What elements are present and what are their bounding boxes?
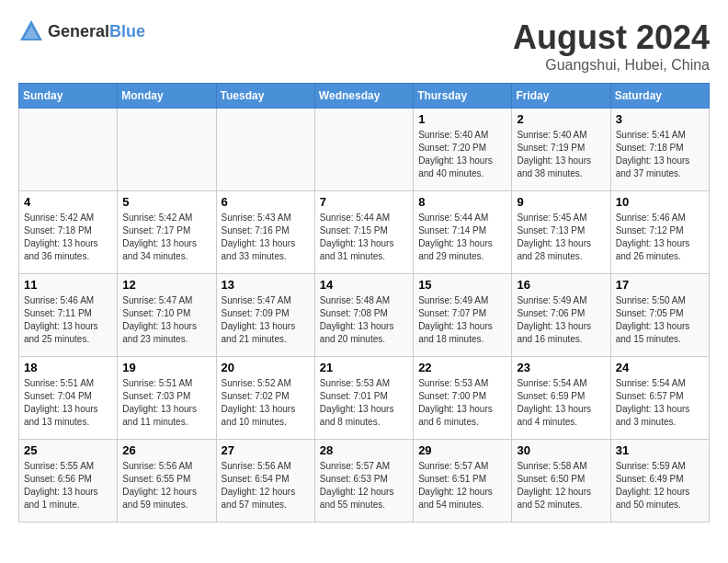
calendar-cell: 3Sunrise: 5:41 AMSunset: 7:18 PMDaylight… [610, 109, 709, 191]
calendar-cell: 18Sunrise: 5:51 AMSunset: 7:04 PMDayligh… [19, 357, 118, 440]
day-info: Sunrise: 5:47 AMSunset: 7:09 PMDaylight:… [222, 294, 310, 346]
calendar-cell: 4Sunrise: 5:42 AMSunset: 7:18 PMDaylight… [19, 191, 118, 274]
day-number: 19 [122, 361, 210, 374]
day-number: 6 [222, 195, 310, 209]
day-number: 4 [24, 195, 112, 209]
calendar-cell: 26Sunrise: 5:56 AMSunset: 6:55 PMDayligh… [118, 440, 216, 523]
day-info: Sunrise: 5:44 AMSunset: 7:14 PMDaylight:… [418, 212, 506, 263]
day-info: Sunrise: 5:55 AMSunset: 6:56 PMDaylight:… [24, 460, 112, 511]
day-number: 17 [616, 278, 704, 292]
day-info: Sunrise: 5:59 AMSunset: 6:49 PMDaylight:… [616, 460, 704, 511]
calendar-cell: 13Sunrise: 5:47 AMSunset: 7:09 PMDayligh… [216, 274, 314, 357]
day-info: Sunrise: 5:54 AMSunset: 6:57 PMDaylight:… [616, 377, 704, 429]
weekday-header-saturday: Saturday [610, 84, 709, 109]
day-info: Sunrise: 5:51 AMSunset: 7:04 PMDaylight:… [24, 377, 112, 429]
calendar-week-5: 25Sunrise: 5:55 AMSunset: 6:56 PMDayligh… [19, 440, 710, 523]
calendar-cell [314, 109, 413, 191]
day-number: 8 [418, 195, 506, 209]
day-number: 1 [418, 112, 506, 126]
calendar-cell: 15Sunrise: 5:49 AMSunset: 7:07 PMDayligh… [414, 274, 512, 357]
day-info: Sunrise: 5:53 AMSunset: 7:01 PMDaylight:… [320, 377, 408, 429]
day-info: Sunrise: 5:40 AMSunset: 7:19 PMDaylight:… [517, 129, 605, 180]
day-info: Sunrise: 5:56 AMSunset: 6:55 PMDaylight:… [122, 460, 210, 511]
day-number: 16 [517, 278, 605, 292]
calendar-cell: 1Sunrise: 5:40 AMSunset: 7:20 PMDaylight… [414, 109, 512, 191]
day-number: 2 [517, 112, 605, 126]
day-number: 28 [320, 443, 408, 457]
calendar-cell: 31Sunrise: 5:59 AMSunset: 6:49 PMDayligh… [610, 440, 709, 523]
calendar-cell: 17Sunrise: 5:50 AMSunset: 7:05 PMDayligh… [610, 274, 709, 357]
calendar-cell: 24Sunrise: 5:54 AMSunset: 6:57 PMDayligh… [610, 357, 709, 440]
calendar-cell [216, 109, 314, 191]
day-info: Sunrise: 5:41 AMSunset: 7:18 PMDaylight:… [616, 129, 704, 180]
day-info: Sunrise: 5:52 AMSunset: 7:02 PMDaylight:… [222, 377, 310, 429]
day-info: Sunrise: 5:46 AMSunset: 7:12 PMDaylight:… [616, 212, 704, 263]
calendar-week-3: 11Sunrise: 5:46 AMSunset: 7:11 PMDayligh… [19, 274, 710, 357]
day-info: Sunrise: 5:50 AMSunset: 7:05 PMDaylight:… [616, 294, 704, 346]
day-info: Sunrise: 5:47 AMSunset: 7:10 PMDaylight:… [122, 294, 210, 346]
day-info: Sunrise: 5:49 AMSunset: 7:06 PMDaylight:… [517, 294, 605, 346]
day-info: Sunrise: 5:51 AMSunset: 7:03 PMDaylight:… [122, 377, 210, 429]
day-number: 22 [418, 361, 506, 374]
calendar-week-2: 4Sunrise: 5:42 AMSunset: 7:18 PMDaylight… [19, 191, 710, 274]
day-info: Sunrise: 5:49 AMSunset: 7:07 PMDaylight:… [418, 294, 506, 346]
day-number: 7 [320, 195, 408, 209]
calendar-cell: 2Sunrise: 5:40 AMSunset: 7:19 PMDaylight… [512, 109, 610, 191]
calendar-cell: 5Sunrise: 5:42 AMSunset: 7:17 PMDaylight… [118, 191, 216, 274]
calendar-week-1: 1Sunrise: 5:40 AMSunset: 7:20 PMDaylight… [19, 109, 710, 191]
logo-text-blue: Blue [109, 22, 145, 40]
day-info: Sunrise: 5:58 AMSunset: 6:50 PMDaylight:… [517, 460, 605, 511]
calendar-cell: 16Sunrise: 5:49 AMSunset: 7:06 PMDayligh… [512, 274, 610, 357]
calendar-table: SundayMondayTuesdayWednesdayThursdayFrid… [18, 83, 710, 523]
calendar-header-row: SundayMondayTuesdayWednesdayThursdayFrid… [19, 84, 710, 109]
day-number: 24 [616, 361, 704, 374]
calendar-cell: 6Sunrise: 5:43 AMSunset: 7:16 PMDaylight… [216, 191, 314, 274]
weekday-header-tuesday: Tuesday [216, 84, 314, 109]
calendar-cell: 27Sunrise: 5:56 AMSunset: 6:54 PMDayligh… [216, 440, 314, 523]
day-number: 25 [24, 443, 112, 457]
day-info: Sunrise: 5:45 AMSunset: 7:13 PMDaylight:… [517, 212, 605, 263]
calendar-cell: 12Sunrise: 5:47 AMSunset: 7:10 PMDayligh… [118, 274, 216, 357]
day-info: Sunrise: 5:57 AMSunset: 6:53 PMDaylight:… [320, 460, 408, 511]
calendar-cell: 30Sunrise: 5:58 AMSunset: 6:50 PMDayligh… [512, 440, 610, 523]
day-info: Sunrise: 5:53 AMSunset: 7:00 PMDaylight:… [418, 377, 506, 429]
title-block: August 2024 Guangshui, Hubei, China [513, 18, 710, 74]
calendar-cell: 11Sunrise: 5:46 AMSunset: 7:11 PMDayligh… [19, 274, 118, 357]
day-number: 26 [122, 443, 210, 457]
weekday-header-wednesday: Wednesday [314, 84, 413, 109]
day-number: 23 [517, 361, 605, 374]
day-info: Sunrise: 5:46 AMSunset: 7:11 PMDaylight:… [24, 294, 112, 346]
calendar-cell [118, 109, 216, 191]
calendar-cell: 25Sunrise: 5:55 AMSunset: 6:56 PMDayligh… [19, 440, 118, 523]
month-year: August 2024 [513, 18, 710, 57]
day-info: Sunrise: 5:43 AMSunset: 7:16 PMDaylight:… [222, 212, 310, 263]
calendar-cell: 23Sunrise: 5:54 AMSunset: 6:59 PMDayligh… [512, 357, 610, 440]
calendar-cell: 10Sunrise: 5:46 AMSunset: 7:12 PMDayligh… [610, 191, 709, 274]
day-number: 5 [122, 195, 210, 209]
logo-text-general: General [48, 22, 109, 40]
day-info: Sunrise: 5:56 AMSunset: 6:54 PMDaylight:… [222, 460, 310, 511]
calendar-cell [19, 109, 118, 191]
day-number: 15 [418, 278, 506, 292]
logo: GeneralBlue [18, 18, 145, 44]
day-number: 27 [222, 443, 310, 457]
day-number: 10 [616, 195, 704, 209]
day-info: Sunrise: 5:42 AMSunset: 7:17 PMDaylight:… [122, 212, 210, 263]
day-number: 20 [222, 361, 310, 374]
day-number: 18 [24, 361, 112, 374]
weekday-header-monday: Monday [118, 84, 216, 109]
day-number: 14 [320, 278, 408, 292]
weekday-header-sunday: Sunday [19, 84, 118, 109]
day-info: Sunrise: 5:42 AMSunset: 7:18 PMDaylight:… [24, 212, 112, 263]
calendar-cell: 28Sunrise: 5:57 AMSunset: 6:53 PMDayligh… [314, 440, 413, 523]
day-number: 11 [24, 278, 112, 292]
day-number: 12 [122, 278, 210, 292]
day-number: 21 [320, 361, 408, 374]
day-info: Sunrise: 5:40 AMSunset: 7:20 PMDaylight:… [418, 129, 506, 180]
day-number: 30 [517, 443, 605, 457]
logo-icon [18, 18, 44, 44]
day-number: 3 [616, 112, 704, 126]
calendar-cell: 22Sunrise: 5:53 AMSunset: 7:00 PMDayligh… [414, 357, 512, 440]
day-info: Sunrise: 5:54 AMSunset: 6:59 PMDaylight:… [517, 377, 605, 429]
weekday-header-friday: Friday [512, 84, 610, 109]
